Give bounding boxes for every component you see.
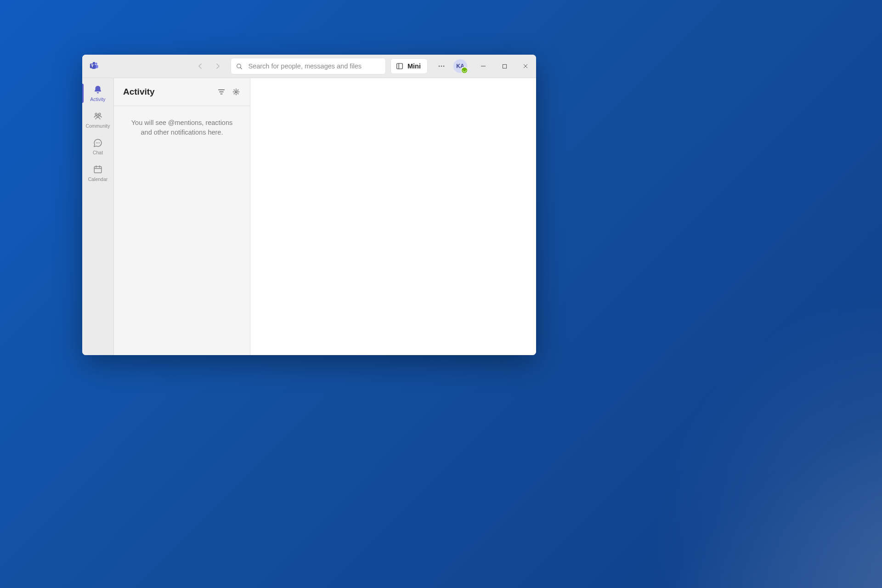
presence-available-icon (461, 67, 468, 74)
list-header: Activity (114, 78, 250, 106)
search-box[interactable] (231, 58, 386, 74)
user-avatar[interactable]: KA (453, 59, 467, 73)
svg-point-7 (439, 66, 440, 67)
title-bar-right: KA (428, 55, 536, 78)
people-community-icon (93, 111, 103, 121)
list-title: Activity (123, 87, 214, 97)
svg-rect-17 (94, 167, 102, 173)
more-options-button[interactable] (434, 59, 449, 74)
svg-point-8 (441, 66, 442, 67)
rail-item-calendar[interactable]: Calendar (82, 160, 113, 187)
svg-rect-6 (397, 63, 403, 69)
empty-state-message: You will see @mentions, reactions and ot… (114, 106, 250, 149)
svg-point-11 (95, 113, 97, 115)
svg-point-14 (96, 142, 97, 143)
content-area (250, 78, 536, 355)
window-maximize-button[interactable] (494, 55, 515, 78)
activity-list-pane: Activity You will see @mentions, reactio… (114, 78, 250, 355)
svg-point-15 (97, 142, 98, 143)
teams-icon (89, 61, 99, 71)
mini-mode-button[interactable]: Mini (390, 58, 428, 74)
rail-item-activity[interactable]: Activity (82, 80, 113, 107)
window-controls (473, 55, 536, 78)
search-input[interactable] (247, 62, 381, 70)
nav-back-button[interactable] (193, 59, 208, 74)
rail-item-chat[interactable]: Chat (82, 133, 113, 160)
svg-point-0 (95, 62, 97, 64)
app-body: Activity Community Chat (82, 78, 536, 355)
rail-label: Community (85, 123, 110, 129)
window-minimize-button[interactable] (473, 55, 494, 78)
window-close-button[interactable] (515, 55, 536, 78)
chevron-left-icon (197, 62, 204, 70)
gear-icon (232, 88, 240, 96)
rail-label: Chat (93, 150, 103, 155)
svg-point-12 (99, 113, 101, 115)
nav-arrows (193, 59, 225, 74)
svg-point-13 (97, 115, 99, 117)
panel-icon (396, 62, 404, 70)
maximize-icon (502, 64, 507, 69)
mini-label: Mini (407, 62, 421, 70)
nav-forward-button[interactable] (210, 59, 225, 74)
chat-icon (93, 138, 103, 148)
rail-label: Activity (90, 96, 105, 102)
app-logo (82, 55, 106, 78)
bell-icon (93, 85, 103, 95)
filter-icon (217, 88, 226, 96)
rail-label: Calendar (88, 176, 108, 182)
svg-rect-10 (503, 64, 506, 68)
search-icon (236, 62, 243, 70)
ellipsis-icon (438, 62, 445, 70)
svg-point-9 (443, 66, 445, 67)
rail-item-community[interactable]: Community (82, 107, 113, 133)
app-rail: Activity Community Chat (82, 78, 114, 355)
calendar-icon (93, 164, 103, 175)
chevron-right-icon (214, 62, 221, 70)
close-icon (523, 63, 528, 69)
settings-button[interactable] (229, 85, 243, 99)
minimize-icon (481, 63, 486, 69)
title-bar: Mini KA (82, 55, 536, 78)
svg-point-18 (235, 91, 237, 93)
app-window: Mini KA (82, 55, 536, 355)
filter-button[interactable] (214, 85, 229, 99)
svg-point-16 (99, 142, 100, 143)
